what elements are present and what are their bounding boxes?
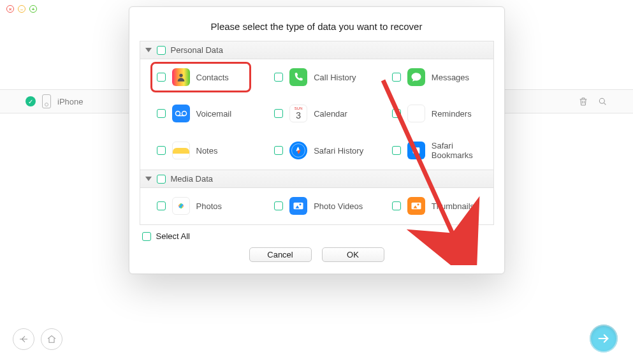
device-connected-icon: ✓ (25, 96, 36, 106)
item-label: Thumbnails (432, 201, 474, 211)
dialog-title: Please select the type of data you want … (140, 21, 494, 32)
select-all-row[interactable]: Select All (140, 231, 494, 241)
checkbox-safari-bookmarks[interactable] (392, 146, 401, 155)
svg-point-3 (182, 112, 186, 116)
home-button[interactable] (41, 328, 62, 350)
contacts-icon (172, 68, 190, 86)
item-label: Safari Bookmarks (432, 141, 487, 160)
item-contacts[interactable]: Contacts (140, 59, 258, 96)
item-label: Contacts (196, 73, 229, 82)
nav-controls (13, 328, 62, 350)
item-label: Notes (196, 146, 218, 156)
item-label: Voicemail (196, 109, 232, 119)
calendar-icon: SUN 3 (289, 105, 307, 122)
minimize-window-button[interactable]: – (18, 5, 25, 13)
thumbnails-icon (407, 197, 425, 215)
data-type-panel: Personal Data Contacts Call History (140, 41, 494, 225)
group-checkbox-personal[interactable] (157, 46, 166, 55)
group-items-media: Photos Photo Videos Thumbnails (140, 188, 493, 224)
item-calendar[interactable]: SUN 3 Calendar (258, 96, 375, 132)
svg-point-0 (599, 98, 604, 103)
item-call-history[interactable]: Call History (258, 59, 375, 96)
item-label: Reminders (432, 109, 472, 119)
disclosure-triangle-icon[interactable] (145, 48, 152, 52)
checkbox-reminders[interactable] (392, 109, 401, 118)
device-name: iPhone (57, 97, 83, 106)
phone-icon (289, 68, 307, 86)
item-notes[interactable]: Notes (140, 132, 258, 170)
select-all-checkbox[interactable] (142, 232, 151, 241)
checkbox-voicemail[interactable] (157, 109, 166, 118)
reminders-icon (407, 105, 425, 122)
checkbox-call-history[interactable] (274, 73, 283, 82)
svg-point-2 (175, 112, 180, 116)
ok-button[interactable]: OK (322, 247, 384, 262)
calendar-dow: SUN (295, 106, 303, 110)
notes-icon (172, 142, 190, 159)
group-label: Personal Data (171, 45, 223, 55)
checkbox-photo-videos[interactable] (274, 201, 283, 210)
checkbox-notes[interactable] (157, 146, 166, 155)
checkbox-contacts[interactable] (157, 73, 166, 82)
next-button[interactable] (590, 324, 618, 353)
messages-icon (407, 68, 425, 86)
safari-history-icon (289, 142, 307, 159)
photos-icon (172, 197, 190, 215)
group-header-media[interactable]: Media Data (140, 170, 493, 188)
item-safari-bookmarks[interactable]: Safari Bookmarks (375, 132, 493, 170)
trash-icon[interactable] (578, 96, 588, 106)
close-window-button[interactable]: × (6, 5, 14, 13)
calendar-day: 3 (296, 110, 301, 120)
cancel-button[interactable]: Cancel (249, 247, 312, 262)
zoom-window-button[interactable]: + (29, 5, 37, 13)
item-label: Photo Videos (314, 201, 363, 211)
item-safari-history[interactable]: Safari History (258, 132, 375, 170)
window-controls: × – + (6, 5, 37, 13)
group-label: Media Data (171, 174, 213, 184)
device-phone-icon (42, 94, 51, 108)
item-thumbnails[interactable]: Thumbnails (375, 188, 493, 224)
item-photo-videos[interactable]: Photo Videos (258, 188, 375, 224)
item-label: Calendar (314, 109, 347, 119)
photo-videos-icon (289, 197, 307, 215)
search-icon[interactable] (597, 96, 608, 106)
svg-point-10 (300, 203, 302, 205)
item-reminders[interactable]: Reminders (375, 96, 493, 132)
item-label: Photos (196, 201, 222, 211)
select-data-dialog: Please select the type of data you want … (129, 6, 505, 274)
select-all-label: Select All (156, 231, 190, 241)
group-header-personal[interactable]: Personal Data (140, 41, 493, 59)
svg-point-13 (417, 203, 419, 205)
item-label: Safari History (314, 146, 363, 156)
voicemail-icon (172, 105, 190, 122)
group-checkbox-media[interactable] (157, 175, 166, 184)
item-label: Call History (314, 73, 356, 82)
dialog-buttons: Cancel OK (140, 247, 494, 262)
checkbox-photos[interactable] (157, 201, 166, 210)
item-messages[interactable]: Messages (375, 59, 493, 96)
item-voicemail[interactable]: Voicemail (140, 96, 258, 132)
safari-bookmarks-icon (407, 142, 425, 159)
checkbox-safari-history[interactable] (274, 146, 283, 155)
svg-point-1 (179, 74, 182, 77)
item-label: Messages (432, 73, 469, 82)
checkbox-calendar[interactable] (274, 109, 283, 118)
checkbox-thumbnails[interactable] (392, 201, 401, 210)
item-photos[interactable]: Photos (140, 188, 258, 224)
back-button[interactable] (13, 328, 34, 350)
checkbox-messages[interactable] (392, 73, 401, 82)
group-items-personal: Contacts Call History Messages (140, 59, 493, 170)
disclosure-triangle-icon[interactable] (145, 177, 152, 181)
